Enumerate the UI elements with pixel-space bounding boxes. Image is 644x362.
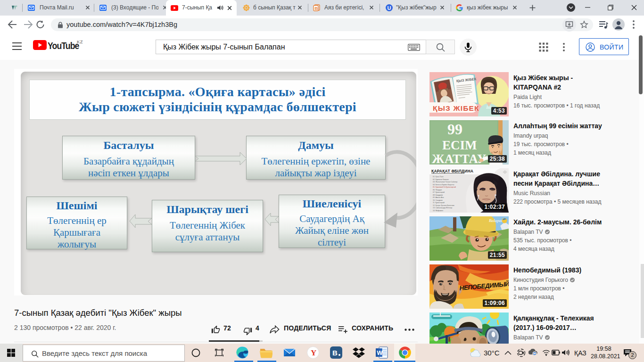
svg-text:09. Аманы Ана: 09. Аманы Ана <box>433 197 444 198</box>
svg-text:W: W <box>377 349 383 356</box>
svg-text:03. Жылытылып Тынып Сабелер: 03. Жылытылып Тынып Сабелер <box>433 181 457 183</box>
svg-text:10. Сандрым: 10. Сандрым <box>433 199 443 201</box>
svg-text:Balapan: Balapan <box>489 218 504 223</box>
svg-text:05. Қаралмай Ол Қуланнарный: 05. Қаралмай Ол Қуланнарный <box>433 186 456 188</box>
svg-text:U: U <box>387 5 391 11</box>
svg-text:01. Қына Тани: 01. Қына Тани <box>433 176 443 178</box>
svg-text:B: B <box>332 349 338 357</box>
svg-text:14. Майрамен: 14. Майрамен <box>433 210 443 212</box>
svg-text:12. Қанқас Қаналы Белгеним: 12. Қанқас Қаналы Белгеним <box>433 205 454 206</box>
svg-text:ҚЫЗ ЖІБЕК: ҚЫЗ ЖІБЕК <box>433 104 479 112</box>
svg-text:ЕСІМ: ЕСІМ <box>442 138 477 152</box>
svg-text:07. Қуланнарый: 07. Қуланнарый <box>433 191 445 193</box>
svg-text:11. Қуланнарый: 11. Қуланнарый <box>433 202 445 204</box>
svg-text:04. Бегенса Кармен Бақытты: 04. Бегенса Кармен Бақытты <box>433 184 454 186</box>
svg-text:ЖАТТАУ: ЖАТТАУ <box>432 152 487 165</box>
svg-text:08. Бакудрим: 08. Бакудрим <box>433 194 443 196</box>
svg-text:Y: Y <box>311 348 316 357</box>
svg-text:02. Қарлығат Казахан: 02. Қарлығат Казахан <box>433 179 449 181</box>
svg-text:13. Сайналандар Жігітчер: 13. Сайналандар Жігітчер <box>433 207 452 209</box>
svg-text:B: B <box>314 6 318 11</box>
svg-text:ҚАРАҚАТ ӘБІЛДИНА: ҚАРАҚАТ ӘБІЛДИНА <box>431 169 473 173</box>
svg-text:99: 99 <box>447 121 462 138</box>
svg-text:06. Папудал: 06. Папудал <box>433 189 442 191</box>
